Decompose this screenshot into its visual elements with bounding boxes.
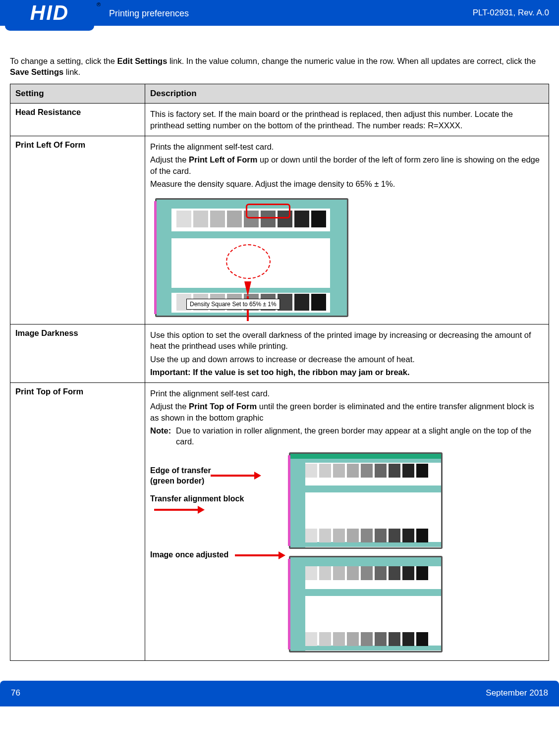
arrow-icon xyxy=(235,554,280,556)
row-image-darkness: Image Darkness Use this option to set th… xyxy=(10,324,549,383)
test-card-before xyxy=(289,452,443,549)
ptof-p1: Print the alignment self-test card. xyxy=(150,388,544,399)
plof-figure: LOF Zero LIne Densi xyxy=(155,198,544,317)
page-content: To change a setting, click the Edit Sett… xyxy=(0,26,559,661)
row-print-left-of-form: Print Left Of Form Prints the alignment … xyxy=(10,136,549,324)
page-number: 76 xyxy=(11,688,20,699)
footer-date: September 2018 xyxy=(486,688,548,699)
desc-plof: Prints the alignment self-test card. Adj… xyxy=(145,136,549,324)
setting-name-ptof: Print Top of Form xyxy=(10,383,145,661)
hid-logo-badge: HID xyxy=(5,0,94,31)
density-tag: Density Square Set to 65% ± 1% xyxy=(186,299,280,310)
ptof-note: Note: Due to variation in roller alignme… xyxy=(150,425,544,447)
desc-head-resistance: This is factory set. If the main board o… xyxy=(145,104,549,136)
intro-post: link. xyxy=(63,67,80,76)
ptof-figure-block: Edge of transfer (green border) Transfer… xyxy=(150,452,544,652)
arrow-icon xyxy=(211,475,256,477)
label-edge-of-transfer: Edge of transfer (green border) xyxy=(150,465,289,486)
desc-image-darkness: Use this option to set the overall darkn… xyxy=(145,324,549,383)
plof-p3: Measure the density square. Adjust the i… xyxy=(150,178,544,189)
desc-ptof: Print the alignment self-test card. Adju… xyxy=(145,383,549,661)
intro-text: To change a setting, click the Edit Sett… xyxy=(10,55,549,78)
magenta-strip-icon xyxy=(288,559,290,649)
hr-p1: This is factory set. If the main board o… xyxy=(150,108,544,131)
id-p1: Use this option to set the overall darkn… xyxy=(150,329,544,352)
magenta-strip-icon xyxy=(154,201,157,314)
row-head-resistance: Head Resistance This is factory set. If … xyxy=(10,104,549,136)
row-print-top-of-form: Print Top of Form Print the alignment se… xyxy=(10,383,549,661)
magenta-strip-icon xyxy=(288,455,290,546)
th-setting: Setting xyxy=(10,84,145,104)
label-image-adjusted: Image once adjusted xyxy=(150,549,289,560)
density-arrow-icon xyxy=(244,281,251,296)
id-p2: Use the up and down arrows to increase o… xyxy=(150,354,544,365)
setting-name-head-resistance: Head Resistance xyxy=(10,104,145,136)
settings-table: Setting Description Head Resistance This… xyxy=(10,84,549,661)
page-footer: 76 September 2018 xyxy=(0,681,559,706)
plof-p2: Adjust the Print Left of Form up or down… xyxy=(150,154,544,176)
header-revision: PLT-02931, Rev. A.0 xyxy=(473,7,549,19)
test-card-lof: Density Square Set to 65% ± 1% xyxy=(155,198,348,317)
density-highlight-oval xyxy=(226,244,271,279)
intro-mid: link. In the value column, change the nu… xyxy=(167,56,536,65)
lof-highlight-box xyxy=(246,204,290,218)
setting-name-plof: Print Left Of Form xyxy=(10,136,145,324)
th-description: Description xyxy=(145,84,549,104)
arrow-icon xyxy=(154,509,200,511)
setting-name-image-darkness: Image Darkness xyxy=(10,324,145,383)
grayscale-row-top xyxy=(305,464,428,478)
registered-mark: ® xyxy=(97,1,101,8)
grayscale-row-top xyxy=(305,566,428,580)
ptof-p2: Adjust the Print Top of Form until the g… xyxy=(150,401,544,423)
ptof-labels-column: Edge of transfer (green border) Transfer… xyxy=(150,452,289,575)
header-title: Printing preferences xyxy=(109,7,189,19)
plof-p1: Prints the alignment self-test card. xyxy=(150,141,544,152)
id-p3: Important: If the value is set too high,… xyxy=(150,367,544,378)
save-settings-link: Save Settings xyxy=(10,67,63,76)
intro-pre: To change a setting, click the xyxy=(10,56,117,65)
hid-logo-text: HID xyxy=(30,0,69,27)
grayscale-row-bottom xyxy=(305,632,428,646)
label-transfer-block: Transfer alignment block xyxy=(150,493,289,515)
edit-settings-link: Edit Settings xyxy=(117,56,167,65)
page-header: ® HID Printing preferences PLT-02931, Re… xyxy=(0,0,559,26)
ptof-cards-column xyxy=(289,452,443,652)
grayscale-row-bottom xyxy=(305,529,428,542)
test-card-after xyxy=(289,556,443,652)
